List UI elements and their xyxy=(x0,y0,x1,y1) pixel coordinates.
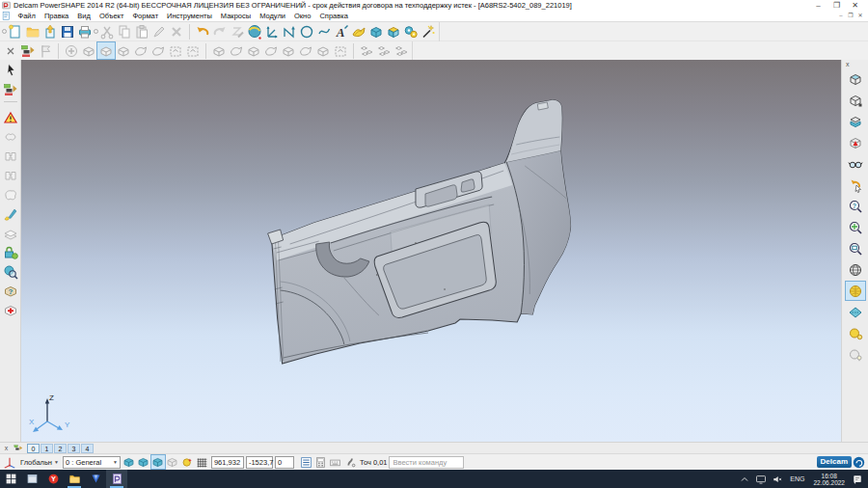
mdi-minimize-button[interactable]: – xyxy=(836,12,846,20)
cone-view-icon[interactable] xyxy=(846,133,865,151)
undo-icon[interactable] xyxy=(194,23,211,40)
taskbar-explorer[interactable] xyxy=(64,470,85,488)
menu-макросы[interactable]: Макросы xyxy=(216,12,255,20)
undo-view-icon[interactable] xyxy=(846,176,865,194)
level-combo[interactable]: 0 : General ▼ xyxy=(63,456,121,469)
mdi-close-button[interactable]: ✕ xyxy=(855,12,865,20)
warning-icon[interactable] xyxy=(1,108,20,126)
notification-icon[interactable] xyxy=(851,472,864,487)
start-button[interactable] xyxy=(0,470,21,488)
boolean-4-icon[interactable] xyxy=(262,42,280,59)
taskbar-app-1[interactable] xyxy=(21,470,42,488)
stack-icon[interactable] xyxy=(1,224,20,242)
level-tab-2[interactable]: 2 xyxy=(54,444,67,453)
menu-файл[interactable]: Файл xyxy=(14,12,40,20)
menu-инструменты[interactable]: Инструменты xyxy=(163,12,217,20)
axes-icon[interactable] xyxy=(263,23,281,40)
zoom-help-icon[interactable]: ? xyxy=(846,197,865,215)
save-icon[interactable] xyxy=(59,23,76,40)
viewport-3d[interactable]: Z X Y xyxy=(21,60,841,442)
line-tool-icon[interactable] xyxy=(281,23,298,40)
close-toolbar-icon[interactable] xyxy=(2,42,19,59)
view-cube-4-icon[interactable] xyxy=(166,455,179,469)
new-model-icon[interactable] xyxy=(7,23,24,40)
assembly-tool-icon[interactable] xyxy=(402,23,420,40)
iso-view-icon[interactable] xyxy=(846,69,865,88)
list-icon[interactable] xyxy=(300,455,313,469)
cluster-2-icon[interactable] xyxy=(375,42,393,59)
wire-view-icon[interactable] xyxy=(846,91,865,109)
coord-y-field[interactable]: -1523,7 xyxy=(246,456,273,469)
inspect-icon[interactable] xyxy=(1,262,20,281)
boolean-2-icon[interactable] xyxy=(228,42,245,59)
select-cursor-icon[interactable] xyxy=(1,61,20,79)
minimize-button[interactable]: – xyxy=(809,1,827,11)
menu-формат[interactable]: Формат xyxy=(128,12,163,20)
solid-feature-3-icon[interactable] xyxy=(115,42,132,59)
feature-tool-icon[interactable] xyxy=(385,23,402,40)
cluster-1-icon[interactable] xyxy=(358,42,375,59)
paint-icon[interactable] xyxy=(1,204,20,223)
surface-tool-icon[interactable] xyxy=(350,23,367,40)
level-tab-4[interactable]: 4 xyxy=(81,444,94,453)
light-view-icon[interactable] xyxy=(846,345,865,364)
blank-3-icon[interactable] xyxy=(1,166,20,184)
dashed-box-1-icon[interactable] xyxy=(167,42,184,59)
text-tool-icon[interactable]: A xyxy=(333,23,350,40)
language-indicator[interactable]: ENG xyxy=(787,475,807,482)
menu-вид[interactable]: Вид xyxy=(73,12,95,20)
blank-1-icon[interactable] xyxy=(1,127,20,146)
boolean-5-icon[interactable] xyxy=(280,42,297,59)
dynamic-section-icon[interactable] xyxy=(846,324,865,342)
workplane-axis-icon[interactable] xyxy=(3,455,16,469)
calculator-icon[interactable] xyxy=(314,455,328,469)
workplane-combo[interactable]: Глобальн ▼ xyxy=(18,458,61,467)
grid-icon[interactable] xyxy=(196,455,209,469)
fold-feature-2-icon[interactable] xyxy=(149,42,167,59)
coord-z-field[interactable]: 0 xyxy=(275,456,294,469)
levels-edit-icon[interactable] xyxy=(1,80,20,98)
flag-icon[interactable] xyxy=(37,42,54,59)
query-icon[interactable]: ? xyxy=(1,282,20,300)
wireframe-globe-icon[interactable] xyxy=(846,260,865,279)
import-icon[interactable] xyxy=(41,23,59,40)
boolean-3-icon[interactable] xyxy=(245,42,262,59)
sphere-plus-icon[interactable] xyxy=(181,455,195,469)
cut-icon[interactable] xyxy=(98,23,116,40)
mdi-restore-button[interactable]: ❐ xyxy=(846,12,855,20)
coord-x-field[interactable]: 961,932 xyxy=(211,456,244,469)
open-model-icon[interactable] xyxy=(24,23,41,40)
boolean-8-icon[interactable] xyxy=(332,42,349,59)
menu-справка[interactable]: Справка xyxy=(315,12,352,20)
cad-model-door-panel[interactable] xyxy=(21,60,841,442)
levels-icon[interactable] xyxy=(12,443,25,453)
half-shade-view-icon[interactable] xyxy=(846,112,865,130)
view-cube-3-icon[interactable] xyxy=(151,455,165,469)
menu-правка[interactable]: Правка xyxy=(40,12,72,20)
maximize-button[interactable]: ❐ xyxy=(827,1,846,11)
levels-icon[interactable] xyxy=(19,42,37,59)
curve-tool-icon[interactable] xyxy=(315,23,333,40)
zoom-fit-icon[interactable] xyxy=(846,218,865,236)
level-tab-3[interactable]: 3 xyxy=(68,444,80,453)
clock[interactable]: 16:08 22.06.2022 xyxy=(810,473,848,486)
menu-модули[interactable]: Модули xyxy=(256,12,290,20)
sketch-edit-icon[interactable] xyxy=(229,23,246,40)
dashed-box-2-icon[interactable] xyxy=(184,42,202,59)
menu-окно[interactable]: Окно xyxy=(290,12,315,20)
menu-объект[interactable]: Объект xyxy=(95,12,128,20)
cluster-3-icon[interactable] xyxy=(393,42,410,59)
glasses-view-icon[interactable] xyxy=(846,154,865,173)
wizard-tool-icon[interactable] xyxy=(420,23,437,40)
repair-icon[interactable] xyxy=(1,301,20,319)
volume-muted-icon[interactable] xyxy=(771,472,784,487)
lock-icon[interactable] xyxy=(1,243,20,261)
view-cube-2-icon[interactable] xyxy=(137,455,150,469)
close-button[interactable]: ✕ xyxy=(846,1,864,11)
print-icon[interactable] xyxy=(76,23,94,40)
edit-icon[interactable] xyxy=(150,23,168,40)
solid-feature-1-icon[interactable] xyxy=(80,42,97,59)
solid-feature-2-icon[interactable] xyxy=(97,42,115,59)
boolean-1-icon[interactable] xyxy=(210,42,228,59)
add-feature-icon[interactable] xyxy=(63,42,80,59)
